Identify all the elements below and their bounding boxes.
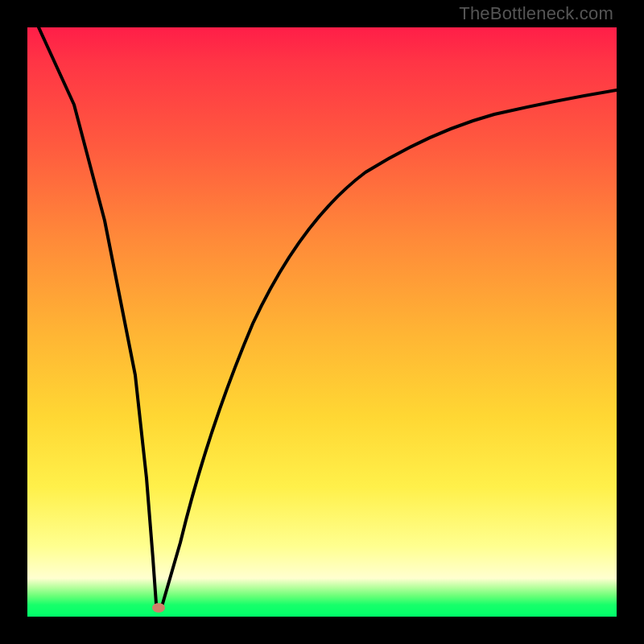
minimum-marker <box>152 603 165 613</box>
bottleneck-curve <box>27 27 617 617</box>
watermark-text: TheBottleneck.com <box>459 3 613 24</box>
plot-area <box>27 27 617 617</box>
curve-path <box>39 27 617 607</box>
chart-frame: TheBottleneck.com <box>0 0 644 644</box>
